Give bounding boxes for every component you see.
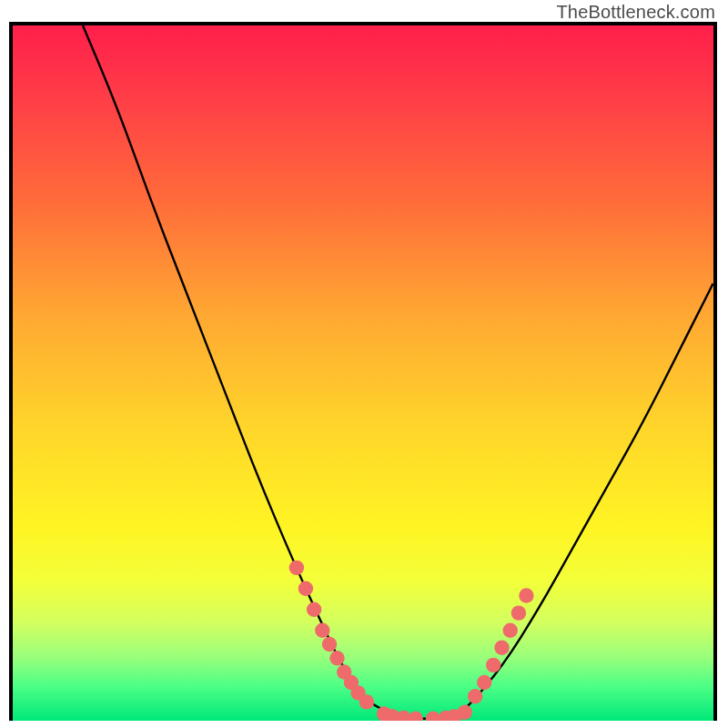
chart-frame: [9, 22, 717, 721]
highlight-dot: [503, 623, 518, 638]
curve-line: [83, 25, 713, 719]
highlight-dot: [359, 694, 374, 709]
highlight-dot: [322, 637, 337, 652]
highlight-dot: [315, 623, 329, 638]
highlight-dot: [307, 602, 321, 617]
highlight-dot: [486, 658, 500, 672]
highlight-dot: [468, 689, 482, 703]
highlight-dot: [298, 581, 313, 596]
highlight-dot: [477, 675, 491, 690]
highlight-dot: [409, 712, 423, 722]
plot-area: [13, 25, 713, 721]
highlight-dot: [289, 561, 304, 575]
chart-svg: [13, 25, 713, 721]
watermark-text: TheBottleneck.com: [556, 2, 715, 23]
highlight-dot: [519, 588, 533, 602]
highlight-dot: [511, 605, 526, 620]
highlight-dot: [494, 641, 509, 655]
highlight-dot: [426, 712, 440, 722]
highlight-dot: [329, 651, 344, 665]
highlight-dot: [458, 705, 472, 720]
highlight-dots: [289, 561, 534, 721]
curve-path: [83, 25, 713, 719]
